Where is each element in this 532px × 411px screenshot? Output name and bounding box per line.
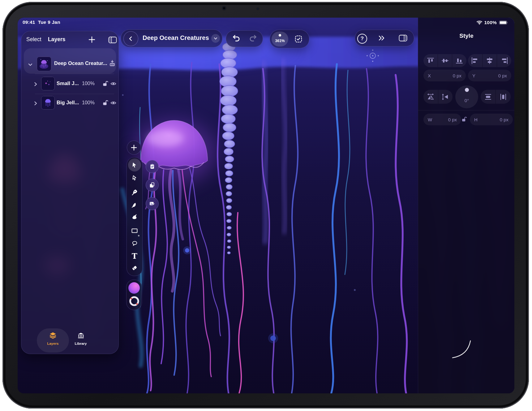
sidebar-toggle-icon[interactable] (108, 37, 117, 43)
add-object-button[interactable] (127, 141, 141, 155)
h-value: 0 px (500, 117, 508, 122)
height-field[interactable]: H 0 px (470, 114, 513, 125)
app-screen: 09:41 Tue 9 Jan 100% Select Layers (18, 18, 514, 393)
snap-checkbox-icon[interactable] (295, 35, 302, 43)
eraser-tool[interactable] (131, 264, 138, 271)
date: Tue 9 Jan (38, 19, 60, 25)
text-tool-glyph: T (132, 252, 137, 261)
distribute-horizontal-button[interactable] (496, 90, 511, 104)
clipboard-check-icon (149, 163, 156, 170)
tab-layers[interactable]: Layers (48, 36, 65, 43)
unlock-icon[interactable] (102, 99, 109, 106)
layer-thumbnail (37, 57, 51, 71)
layer-title: Big Jell... (57, 100, 79, 106)
pen-tool[interactable] (131, 188, 138, 196)
align-right-button[interactable] (497, 54, 511, 67)
style-panel-title: Style (418, 32, 514, 39)
camera-mic-dot (257, 8, 259, 10)
library-tab-icon (77, 332, 85, 339)
layer-opacity[interactable]: 100% (82, 81, 95, 86)
layer-title: Deep Ocean Creatur... (54, 60, 107, 66)
right-panel-toggle-icon[interactable] (399, 35, 407, 41)
w-label: W (428, 117, 432, 122)
vertical-align-group (423, 54, 466, 67)
duplicate-button[interactable] (146, 179, 159, 192)
forward-double-chevron-button[interactable] (378, 34, 385, 42)
zoom-snap-group: 361% (270, 30, 309, 48)
tab-select[interactable]: Select (26, 36, 41, 43)
help-button[interactable]: ? (357, 34, 367, 44)
zoom-level-button[interactable]: 361% (272, 32, 288, 46)
selection-tool[interactable] (128, 158, 141, 171)
undo-redo-group (226, 30, 263, 47)
distribute-group (481, 90, 511, 104)
title-dropdown-button[interactable] (211, 34, 220, 43)
y-position-field[interactable]: Y 0 px (468, 70, 511, 81)
chevron-right-icon[interactable] (32, 81, 39, 87)
align-center-button[interactable] (482, 54, 497, 67)
color-swatches (126, 279, 142, 310)
back-button[interactable] (123, 31, 138, 46)
style-panel: Style (418, 18, 514, 393)
stroke-color-swatch[interactable] (129, 296, 140, 307)
unlock-icon[interactable] (102, 80, 109, 87)
layer-opacity[interactable]: 100% (82, 100, 95, 106)
question-mark: ? (361, 36, 364, 42)
battery-percent: 100% (484, 20, 497, 25)
align-top-button[interactable] (423, 54, 438, 67)
visibility-eye-icon[interactable] (110, 101, 117, 105)
width-field[interactable]: W 0 px (423, 114, 461, 125)
chevron-down-icon[interactable] (27, 61, 34, 68)
battery-icon (499, 20, 508, 25)
layer-title: Small J... (57, 80, 79, 86)
redo-button[interactable] (248, 34, 258, 43)
clock: 09:41 (23, 19, 35, 25)
document-title[interactable]: Deep Ocean Creatures (143, 34, 209, 41)
artboard-export-icon[interactable] (109, 59, 116, 67)
rotation-value: 0° (455, 98, 478, 103)
visibility-eye-icon[interactable] (110, 81, 117, 86)
align-middle-button[interactable] (438, 54, 452, 67)
align-left-button[interactable] (468, 54, 482, 67)
flip-vertical-button[interactable] (438, 90, 453, 104)
help-more-group: ? (355, 30, 414, 46)
x-label: X (428, 73, 431, 78)
flip-horizontal-button[interactable] (423, 90, 438, 104)
paste-clipboard-button[interactable] (146, 160, 159, 173)
y-label: Y (472, 73, 475, 78)
wifi-icon (477, 20, 482, 25)
shape-tool[interactable] (131, 227, 138, 234)
add-layer-button[interactable] (88, 36, 96, 44)
cursor-arrow-icon (131, 161, 138, 169)
flip-group (423, 90, 453, 104)
text-tool[interactable]: T (131, 252, 138, 261)
front-camera (222, 6, 226, 10)
document-title-bar: Deep Ocean Creatures (121, 29, 222, 47)
distribute-vertical-button[interactable] (481, 90, 496, 104)
ipad-device: 09:41 Tue 9 Jan 100% Select Layers (0, 0, 532, 411)
row-divider (35, 74, 114, 74)
layers-tab-label: Layers (41, 342, 65, 345)
node-tool[interactable] (131, 174, 138, 182)
status-right: 100% (477, 20, 508, 25)
pencil-tool[interactable] (131, 201, 138, 209)
rotation-knob[interactable]: 0° (455, 85, 478, 108)
aspect-lock-icon[interactable] (461, 115, 468, 123)
shape-tool-options-dot (138, 235, 139, 236)
tool-palette: T (127, 157, 143, 276)
lasso-tool[interactable] (131, 240, 138, 247)
brush-tool[interactable] (131, 214, 138, 221)
x-position-field[interactable]: X 0 px (423, 70, 466, 81)
horizontal-align-group (468, 54, 511, 67)
zoom-level: 361% (272, 39, 288, 43)
x-value: 0 px (453, 73, 461, 78)
fill-color-swatch[interactable] (128, 282, 140, 294)
align-bottom-button[interactable] (452, 54, 466, 67)
place-image-button[interactable] (146, 197, 159, 210)
zoom-dot (279, 34, 281, 37)
undo-button[interactable] (232, 34, 241, 43)
chevron-right-icon[interactable] (32, 100, 39, 106)
copy-pages-icon (149, 182, 156, 188)
library-tab-label: Library (68, 342, 93, 345)
y-value: 0 px (498, 73, 507, 78)
